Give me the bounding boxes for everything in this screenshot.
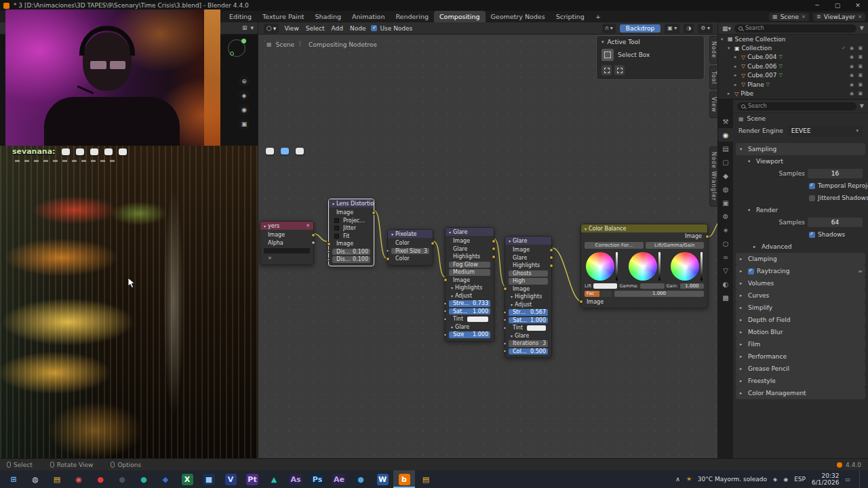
output-socket[interactable] — [549, 248, 553, 252]
expand-arrow-icon[interactable]: ▸ — [740, 342, 745, 347]
property-row[interactable]: ▸ Volumes — [736, 277, 865, 289]
output-socket[interactable] — [492, 239, 496, 243]
outliner-row[interactable]: ▸ ▽ Plane ▽ ◉ ▣ — [718, 80, 868, 89]
tool-mode-icon[interactable] — [601, 65, 612, 75]
filter-icon[interactable]: ▼ — [860, 103, 864, 109]
fac-value-field[interactable]: 1.000 — [614, 291, 704, 297]
property-row[interactable]: ▸ Curves — [736, 289, 865, 302]
visibility-icons[interactable]: ◉ ▣ — [850, 64, 864, 69]
node-header[interactable]: ▾ Pixelate — [388, 230, 433, 238]
language-indicator[interactable]: ESP — [794, 476, 806, 483]
menu-item[interactable]: View — [284, 25, 298, 32]
node-header[interactable]: ▾ Glare — [505, 237, 551, 245]
visibility-icons[interactable]: ◉ ▣ — [850, 91, 864, 96]
clock[interactable]: 20:32 6/1/2026 — [812, 472, 839, 486]
input-socket[interactable] — [503, 319, 507, 322]
taskbar-app-icon[interactable]: ◍ — [24, 470, 46, 488]
output-socket[interactable] — [492, 255, 496, 259]
node-header[interactable]: ▾ Color Balance — [581, 224, 707, 232]
node-row[interactable]: Image — [581, 232, 707, 241]
properties-tab-icon[interactable]: ○ — [718, 237, 733, 250]
property-row[interactable]: ▾ Render — [736, 204, 865, 216]
taskbar-app-icon[interactable]: Pt — [241, 470, 263, 488]
properties-tab-icon[interactable]: ⚙ — [718, 209, 733, 223]
property-row[interactable]: ▸ Depth of Field — [736, 314, 865, 326]
menu-item[interactable]: Add — [332, 25, 343, 32]
properties-tab-icon[interactable]: ▩ — [718, 291, 733, 304]
camera-view-icon[interactable]: ◉ — [239, 104, 250, 115]
input-socket[interactable] — [386, 257, 390, 261]
node-row[interactable]: Strength0.567 — [505, 308, 551, 317]
outliner-search-input[interactable]: Search — [734, 24, 856, 33]
node-row[interactable]: Color — [388, 239, 433, 247]
remove-viewlayer-icon[interactable]: ✕ — [858, 14, 862, 20]
outliner-row[interactable]: ▸ ▽ Pibe ◉ ▣ — [718, 89, 868, 98]
node-row[interactable]: High — [505, 277, 551, 285]
input-socket[interactable] — [503, 310, 507, 314]
input-socket[interactable] — [443, 333, 447, 336]
taskbar-app-icon[interactable]: As — [285, 470, 307, 488]
workspace-tab[interactable]: Editing — [224, 11, 257, 22]
node-row[interactable] — [260, 247, 313, 255]
node-lens-distortion[interactable]: ▾ Lens Distortion Image Projector — [328, 199, 374, 266]
editor-type-dropdown[interactable]: ⬡▾ — [264, 24, 279, 33]
checkbox[interactable] — [334, 226, 339, 230]
overlay-toggle-icon[interactable]: ◑ — [684, 24, 694, 33]
workspace-tab[interactable]: Compositing — [434, 11, 486, 22]
visibility-icons[interactable]: ◉ ▣ — [850, 82, 864, 87]
node-row[interactable]: Fit — [329, 232, 374, 241]
node-row[interactable]: Strength0.733 — [446, 300, 494, 308]
taskbar-app-icon[interactable]: ▤ — [415, 470, 437, 488]
outliner-row[interactable]: ▸ ▽ Cube.004 ▽ ◉ ▣ — [718, 53, 868, 62]
input-socket[interactable] — [443, 278, 448, 282]
render-engine-dropdown[interactable]: EEVEE ▾ — [787, 126, 863, 136]
workspace-tab[interactable]: Geometry Nodes — [486, 11, 551, 22]
taskbar-app-icon[interactable]: ■ — [198, 470, 220, 488]
unlink-scene-icon[interactable]: ✕ — [802, 14, 806, 20]
node-row[interactable]: Glare — [446, 245, 494, 253]
scene-selector[interactable]: ▦ Scene ✕ — [769, 13, 809, 21]
show-desktop-button[interactable] — [859, 470, 861, 488]
node-row[interactable]: ▾Glare — [505, 332, 551, 340]
properties-tab-icon[interactable]: ▢ — [718, 155, 733, 169]
lift-color-field[interactable] — [593, 283, 617, 289]
node-row[interactable]: Alpha — [260, 239, 313, 247]
node-row[interactable]: Distortion0.100 — [329, 248, 374, 256]
properties-tab-icon[interactable]: ▤ — [718, 142, 733, 155]
backdrop-button[interactable]: Backdrop — [620, 24, 660, 33]
node-row[interactable]: Image — [260, 231, 313, 239]
tray-expand-icon[interactable]: ∧ — [675, 476, 680, 483]
workspace-tab[interactable]: Texture Paint — [257, 11, 309, 22]
input-socket[interactable] — [443, 310, 447, 313]
value-field[interactable]: 64 — [808, 218, 863, 227]
outliner-row[interactable]: ▸ ▽ Cube.007 ▽ ◉ ▣ — [718, 71, 868, 80]
expand-arrow-icon[interactable]: ▸ — [740, 268, 745, 274]
output-socket[interactable] — [431, 241, 435, 245]
properties-tab-icon[interactable]: ◐ — [718, 277, 733, 291]
checkbox[interactable] — [334, 218, 339, 223]
viewlayer-selector[interactable]: ≣ ViewLayer ✕ — [813, 13, 865, 21]
workspace-tab[interactable]: Animation — [347, 11, 390, 22]
color-balance-mode-dropdown[interactable]: Lift/Gamma/Gain — [646, 242, 705, 249]
node-color-balance[interactable]: ▾ Color Balance Image Correction For... … — [580, 224, 708, 308]
pan-icon[interactable]: ◈ — [239, 90, 250, 101]
expand-arrow-icon[interactable]: ▸ — [740, 329, 745, 335]
input-socket[interactable] — [503, 287, 507, 291]
node-row[interactable]: ▾Highlights — [446, 284, 494, 292]
notifications-icon[interactable]: ▭ — [845, 476, 850, 483]
output-socket[interactable] — [372, 211, 376, 215]
gamma-color-wheel[interactable] — [629, 252, 657, 281]
taskbar-app-icon[interactable]: b — [393, 470, 415, 488]
visibility-icons[interactable]: ◉ ▣ — [850, 73, 864, 78]
value-field[interactable]: 16 — [808, 169, 863, 178]
input-socket[interactable] — [503, 350, 507, 353]
node-row[interactable]: Saturation1.000 — [505, 317, 551, 325]
node-row[interactable]: Highlights — [505, 262, 551, 270]
filter-icon[interactable]: ▼ — [860, 25, 864, 31]
properties-tab-icon[interactable]: ∗ — [718, 223, 733, 237]
property-row[interactable]: ▾ Viewport — [736, 155, 865, 167]
property-row[interactable]: ▸ Freestyle — [736, 375, 865, 387]
taskbar-app-icon[interactable]: ● — [90, 470, 111, 488]
expand-arrow-icon[interactable]: ▾ — [728, 45, 732, 51]
property-row[interactable]: ▸ Film — [736, 338, 865, 350]
